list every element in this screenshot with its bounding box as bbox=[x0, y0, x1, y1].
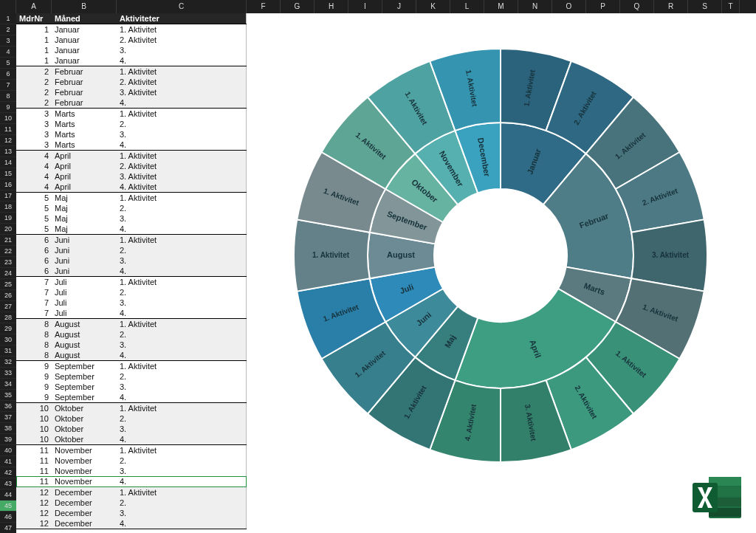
col-header-M[interactable]: M bbox=[484, 0, 518, 13]
cell-mdrnr[interactable]: 5 bbox=[16, 193, 52, 203]
cell-mdrnr[interactable]: 12 bbox=[16, 518, 52, 529]
row-header[interactable]: 25 bbox=[0, 279, 16, 290]
cell-mdrnr[interactable]: 3 bbox=[16, 140, 52, 150]
row-header[interactable]: 41 bbox=[0, 456, 16, 467]
col-header-T[interactable]: T bbox=[722, 0, 740, 13]
sunburst-chart[interactable]: Januar1. Aktivitet2. AktivitetFebruar1. … bbox=[257, 27, 744, 484]
row-header[interactable]: 36 bbox=[0, 401, 16, 412]
cell-activity[interactable]: 2. bbox=[117, 455, 247, 466]
cell-mdrnr[interactable]: 2 bbox=[16, 66, 52, 77]
table-row[interactable]: 6Juni2. bbox=[16, 245, 247, 255]
row-header[interactable]: 31 bbox=[0, 345, 16, 357]
cell-activity[interactable]: 4. bbox=[117, 97, 247, 108]
col-header-Q[interactable]: Q bbox=[620, 0, 654, 13]
cell-activity[interactable]: 2. Aktivitet bbox=[117, 161, 247, 171]
cell-mdrnr[interactable]: 1 bbox=[16, 24, 52, 35]
col-header-J[interactable]: J bbox=[382, 0, 416, 13]
cell-mdrnr[interactable]: 11 bbox=[16, 455, 52, 466]
cell-month[interactable]: Oktober bbox=[52, 424, 117, 434]
cell-month[interactable]: Juni bbox=[52, 255, 117, 266]
cell-month[interactable]: Juli bbox=[52, 298, 117, 308]
table-row[interactable]: 2Februar2. Aktivitet bbox=[16, 77, 247, 87]
table-row[interactable]: 4April1. Aktivitet bbox=[16, 151, 247, 161]
table-row[interactable]: 11November3. bbox=[16, 466, 247, 476]
cell-mdrnr[interactable]: 8 bbox=[16, 350, 52, 360]
table-row[interactable]: 5Maj3. bbox=[16, 213, 247, 224]
table-row[interactable]: 11November1. Aktivitet bbox=[16, 445, 247, 455]
table-row[interactable]: 5Maj2. bbox=[16, 203, 247, 213]
cell-mdrnr[interactable]: 6 bbox=[16, 245, 52, 255]
cell-activity[interactable]: 4. bbox=[117, 266, 247, 276]
row-header-bar[interactable]: 1234567891011121314151617181920212223242… bbox=[0, 13, 16, 533]
cell-mdrnr[interactable]: 7 bbox=[16, 277, 52, 287]
cell-mdrnr[interactable]: 8 bbox=[16, 329, 52, 340]
cell-activity[interactable]: 1. Aktivitet bbox=[117, 403, 247, 413]
cell-mdrnr[interactable]: 9 bbox=[16, 382, 52, 392]
cell-activity[interactable]: 2. bbox=[117, 498, 247, 508]
table-row[interactable]: 8August3. bbox=[16, 340, 247, 350]
table-row[interactable]: 12December3. bbox=[16, 508, 247, 518]
cell-activity[interactable]: 3. bbox=[117, 129, 247, 140]
table-row[interactable]: 4April4. Aktivitet bbox=[16, 182, 247, 193]
table-row[interactable]: 6Juni1. Aktivitet bbox=[16, 235, 247, 245]
cell-mdrnr[interactable]: 12 bbox=[16, 487, 52, 498]
col-header-F[interactable]: F bbox=[247, 0, 281, 13]
row-header[interactable]: 24 bbox=[0, 268, 16, 279]
row-header[interactable]: 12 bbox=[0, 135, 16, 146]
cell-mdrnr[interactable]: 1 bbox=[16, 45, 52, 55]
cell-activity[interactable]: 3. bbox=[117, 382, 247, 392]
table-row[interactable]: 10Oktober1. Aktivitet bbox=[16, 403, 247, 413]
row-header[interactable]: 33 bbox=[0, 368, 16, 379]
cell-mdrnr[interactable]: 10 bbox=[16, 403, 52, 413]
cell-mdrnr[interactable]: 8 bbox=[16, 340, 52, 350]
row-header[interactable]: 13 bbox=[0, 146, 16, 157]
table-row[interactable]: 10Oktober3. bbox=[16, 424, 247, 434]
cell-activity[interactable]: 1. Aktivitet bbox=[117, 24, 247, 35]
cell-month[interactable]: August bbox=[52, 340, 117, 350]
cell-activity[interactable]: 2. bbox=[117, 245, 247, 255]
cell-activity[interactable]: 4. bbox=[117, 518, 247, 529]
table-row[interactable]: 12December2. bbox=[16, 498, 247, 508]
cell-mdrnr[interactable]: 5 bbox=[16, 203, 52, 213]
cell-mdrnr[interactable]: 6 bbox=[16, 235, 52, 245]
cell-mdrnr[interactable]: 4 bbox=[16, 151, 52, 161]
cell-activity[interactable]: 3. Aktivitet bbox=[117, 171, 247, 182]
table-row[interactable]: 3Marts3. bbox=[16, 129, 247, 140]
cell-month[interactable]: December bbox=[52, 518, 117, 529]
table-row[interactable]: 2Februar4. bbox=[16, 97, 247, 109]
cell-month[interactable]: Maj bbox=[52, 193, 117, 203]
cell-activity[interactable]: 2. bbox=[117, 413, 247, 424]
table-row[interactable]: 6Juni3. bbox=[16, 255, 247, 266]
cell-month[interactable]: Februar bbox=[52, 66, 117, 77]
cell-month[interactable]: Oktober bbox=[52, 434, 117, 444]
cell-activity[interactable]: 3. Aktivitet bbox=[117, 87, 247, 97]
table-row[interactable]: 1Januar2. Aktivitet bbox=[16, 35, 247, 45]
cell-month[interactable]: April bbox=[52, 171, 117, 182]
cell-activity[interactable]: 4. bbox=[117, 140, 247, 150]
cell-month[interactable]: Oktober bbox=[52, 413, 117, 424]
cell-month[interactable]: Januar bbox=[52, 24, 117, 35]
cell-month[interactable]: Juni bbox=[52, 235, 117, 245]
cell-mdrnr[interactable]: 4 bbox=[16, 161, 52, 171]
cell-month[interactable]: December bbox=[52, 498, 117, 508]
cell-activity[interactable]: 1. Aktivitet bbox=[117, 277, 247, 287]
cell-month[interactable]: November bbox=[52, 466, 117, 476]
cell-activity[interactable]: 2. Aktivitet bbox=[117, 35, 247, 45]
table-row[interactable]: 4April3. Aktivitet bbox=[16, 171, 247, 182]
row-header[interactable]: 7 bbox=[0, 80, 16, 91]
cell-mdrnr[interactable]: 3 bbox=[16, 129, 52, 140]
cell-mdrnr[interactable]: 12 bbox=[16, 498, 52, 508]
col-header-P[interactable]: P bbox=[586, 0, 620, 13]
col-header-L[interactable]: L bbox=[450, 0, 484, 13]
cell-month[interactable]: Maj bbox=[52, 224, 117, 234]
cell-month[interactable]: Januar bbox=[52, 55, 117, 66]
cell-activity[interactable]: 4. bbox=[117, 350, 247, 360]
row-header[interactable]: 43 bbox=[0, 478, 16, 489]
cell-month[interactable]: September bbox=[52, 392, 117, 402]
table-row[interactable]: 12December4. bbox=[16, 518, 247, 529]
cell-month[interactable]: December bbox=[52, 508, 117, 518]
cell-activity[interactable]: 1. Aktivitet bbox=[117, 319, 247, 329]
row-header[interactable]: 30 bbox=[0, 334, 16, 345]
table-row[interactable]: 1Januar3. bbox=[16, 45, 247, 55]
cell-activity[interactable]: 4. bbox=[117, 55, 247, 66]
